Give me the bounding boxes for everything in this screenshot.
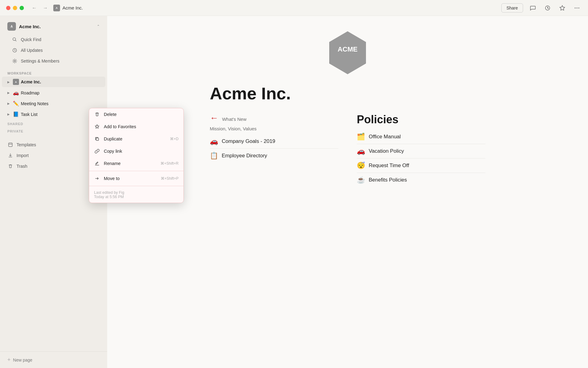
forward-button[interactable]: →: [41, 4, 50, 12]
sidebar-item-roadmap[interactable]: ▶ 🚗 Roadmap: [2, 88, 105, 98]
app-body: A Acme Inc. ⌃ Quick Find All Updates: [0, 16, 588, 368]
context-menu-move-to-shortcut: ⌘+Shift+P: [161, 176, 179, 181]
sidebar-item-quick-find[interactable]: Quick Find: [9, 34, 99, 45]
more-button[interactable]: [572, 3, 582, 13]
favorite-button[interactable]: [557, 3, 567, 13]
search-icon: [12, 36, 18, 43]
sidebar: A Acme Inc. ⌃ Quick Find All Updates: [0, 16, 107, 368]
context-menu-duplicate-label: Duplicate: [104, 136, 166, 141]
content-item-vacation-policy[interactable]: 🚗 Vacation Policy: [357, 144, 485, 159]
office-manual-emoji-icon: 🗂️: [357, 133, 365, 141]
sidebar-item-all-updates[interactable]: All Updates: [9, 45, 99, 56]
context-menu-rename-label: Rename: [104, 161, 157, 166]
content-item-label-company-goals: Company Goals - 2019: [222, 138, 275, 144]
titlebar: ← → A Acme Inc. Share: [0, 0, 588, 16]
content-item-label-office-manual: Office Manual: [369, 134, 401, 140]
svg-point-6: [14, 60, 16, 62]
svg-point-2: [577, 7, 578, 8]
workspace-chevron-icon: ⌃: [97, 24, 100, 29]
sidebar-item-import[interactable]: Import: [4, 150, 103, 161]
sidebar-top: A Acme Inc. ⌃ Quick Find All Updates: [0, 20, 107, 67]
context-menu-edited-by: Last edited by Fig: [94, 190, 179, 195]
sidebar-item-meeting-notes[interactable]: ▶ ✏️ Meeting Notes: [2, 98, 105, 109]
sidebar-item-label-task-list: Task List: [21, 112, 37, 117]
content-item-benefits-policies[interactable]: ☕ Benefits Policies: [357, 173, 485, 187]
share-button[interactable]: Share: [501, 3, 523, 13]
sidebar-item-label-all-updates: All Updates: [21, 48, 43, 53]
rename-icon: [94, 160, 100, 167]
sidebar-item-label-roadmap: Roadmap: [21, 90, 40, 95]
star-icon: [559, 5, 565, 11]
content-item-label-vacation-policy: Vacation Policy: [369, 148, 404, 154]
left-column: ← What's New Mission, Vision, Values 🚗 C…: [210, 113, 338, 187]
titlebar-workspace: A Acme Inc.: [53, 5, 501, 11]
workspace-selector[interactable]: A Acme Inc. ⌃: [4, 20, 103, 33]
task-list-emoji-icon: 📘: [13, 111, 19, 117]
navigation-buttons: ← →: [30, 4, 50, 12]
minimize-button[interactable]: [13, 6, 17, 10]
page-title: Acme Inc.: [210, 83, 485, 103]
context-menu-edited-time: Today at 5:56 PM: [94, 195, 179, 199]
duplicate-icon: [94, 136, 100, 142]
plus-icon: +: [7, 357, 11, 363]
sidebar-item-label-quick-find: Quick Find: [21, 37, 41, 42]
tree-arrow-icon: ▶: [6, 101, 11, 106]
tree-arrow-icon: ▶: [6, 112, 11, 117]
acme-inc-icon: A: [13, 79, 19, 85]
context-menu-item-rename[interactable]: Rename ⌘+Shift+R: [89, 157, 183, 170]
left-col-subtitle: ← What's New: [210, 113, 338, 123]
settings-icon: [12, 58, 18, 64]
policies-title: Policies: [357, 113, 485, 126]
context-menu-copy-link-label: Copy link: [104, 149, 179, 154]
sidebar-item-templates[interactable]: Templates: [4, 140, 103, 150]
content-item-employee-directory[interactable]: 📋 Employee Directory: [210, 149, 338, 163]
sidebar-item-label-meeting-notes: Meeting Notes: [21, 101, 48, 106]
context-menu-item-move-to[interactable]: Move to ⌘+Shift+P: [89, 172, 183, 185]
tree-arrow-icon: ▶: [6, 79, 11, 84]
svg-point-3: [579, 7, 579, 8]
svg-text:ACME: ACME: [338, 45, 358, 53]
content-item-label-employee-directory: Employee Directory: [222, 153, 267, 159]
import-icon: [7, 152, 13, 159]
context-menu-item-duplicate[interactable]: Duplicate ⌘+D: [89, 133, 183, 145]
clock-icon: [12, 47, 18, 53]
sidebar-item-label-settings: Settings & Members: [21, 59, 59, 63]
traffic-lights: [6, 6, 24, 10]
content-item-office-manual[interactable]: 🗂️ Office Manual: [357, 130, 485, 144]
history-button[interactable]: [543, 3, 552, 13]
svg-rect-7: [9, 143, 12, 147]
svg-rect-8: [96, 138, 99, 140]
comment-icon: [530, 5, 536, 11]
content-item-request-time-off[interactable]: 😴 Request Time Off: [357, 159, 485, 173]
maximize-button[interactable]: [20, 6, 24, 10]
content-columns: ← What's New Mission, Vision, Values 🚗 C…: [210, 113, 485, 187]
close-button[interactable]: [6, 6, 10, 10]
new-page-button[interactable]: + New page: [4, 354, 103, 366]
sidebar-item-label-trash: Trash: [17, 164, 27, 169]
workspace-name: Acme Inc.: [19, 24, 94, 29]
workspace-icon: A: [7, 22, 16, 31]
comment-button[interactable]: [528, 3, 538, 13]
context-menu-item-add-to-favorites[interactable]: Add to Favorites: [89, 121, 183, 133]
red-arrow-icon: ←: [210, 113, 218, 123]
benefits-policies-emoji-icon: ☕: [357, 176, 365, 184]
content-item-label-benefits-policies: Benefits Policies: [369, 177, 407, 183]
svg-point-1: [575, 7, 576, 8]
sidebar-item-acme-inc[interactable]: ▶ A Acme Inc.: [2, 77, 105, 87]
context-menu-item-copy-link[interactable]: Copy link: [89, 145, 183, 157]
sidebar-item-settings[interactable]: Settings & Members: [9, 56, 99, 66]
new-page-label: New page: [13, 358, 32, 362]
titlebar-title: Acme Inc.: [62, 5, 83, 10]
back-button[interactable]: ←: [30, 4, 39, 12]
context-menu-delete-label: Delete: [104, 112, 179, 117]
context-menu-duplicate-shortcut: ⌘+D: [170, 137, 179, 141]
star-outline-icon: [94, 124, 100, 130]
sidebar-item-label-templates: Templates: [17, 142, 36, 147]
vacation-policy-emoji-icon: 🚗: [357, 147, 365, 155]
sidebar-item-trash[interactable]: Trash: [4, 161, 103, 171]
titlebar-actions: Share: [501, 3, 582, 13]
employee-dir-emoji-icon: 📋: [210, 152, 218, 160]
context-menu-footer: Last edited by Fig Today at 5:56 PM: [89, 187, 183, 203]
content-item-company-goals[interactable]: 🚗 Company Goals - 2019: [210, 134, 338, 149]
context-menu-item-delete[interactable]: Delete: [89, 108, 183, 121]
